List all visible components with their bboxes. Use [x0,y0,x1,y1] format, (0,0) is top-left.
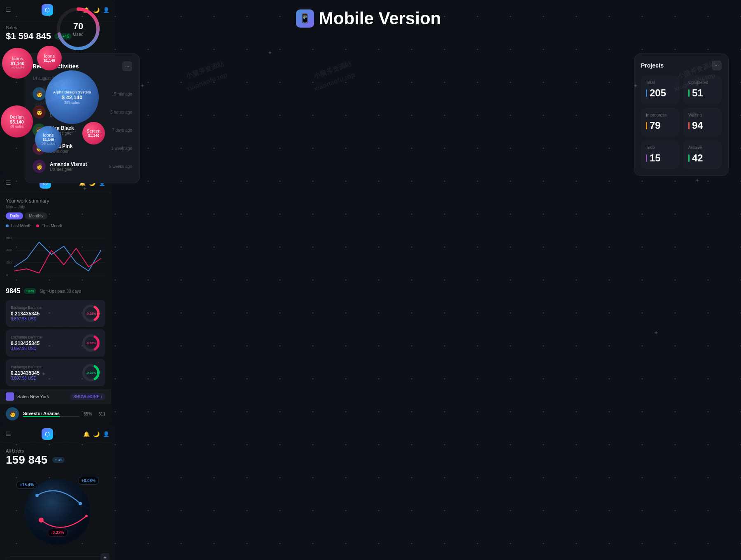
svg-point-24 [85,515,88,517]
svg-text:200: 200 [6,261,12,264]
zoom-in-button[interactable]: + [100,553,110,560]
star-deco: ✦ [140,82,145,89]
exchange-usd-2: 3,897.98 USD [11,346,42,351]
project-label-completed: Completed [688,80,717,85]
stat-badge-1: +15.4% [16,481,37,489]
watermark-3: 小脑斧资源站 [185,59,225,81]
project-label-inprogress: In progress [646,113,674,117]
globe-visualization: +15.4% +0.08% -0.32% [0,471,115,553]
this-month-dot [36,224,39,227]
activity-name: Amanda Vismut [50,161,105,167]
avatar-silvestor: 🧑 [6,407,19,420]
sales-icon [6,392,14,401]
avatar: 👩 [33,160,46,173]
project-card-completed: Completed 51 [683,75,722,104]
bubble-screen[interactable]: Screen $1,140 [82,122,105,145]
line-chart: 600 400 200 0 [0,234,111,285]
project-bar-archive [688,154,690,162]
signup-number: 9845 [6,287,21,295]
signup-badge: +829 [24,288,36,294]
project-label-archive: Archive [688,145,717,150]
star-deco: ✦ [695,177,700,184]
star-deco: ✦ [654,329,659,336]
project-card-waiting: Waiting 94 [683,108,722,136]
exchange-donut-3: -0.32% [82,363,100,382]
project-card-total: Total 205 [641,75,679,104]
progress-pct-1: 65% [84,412,92,416]
chart-legend: Last Month This Month [0,222,111,231]
signup-row: 9845 +829 Sign-Ups past 30 days [0,285,111,297]
mobile-topbar-au: ☰ ⬡ 🔔 🌙 👤 [0,424,115,444]
exchange-value-1: 0.213435345 [11,311,42,317]
bubble-icons-3[interactable]: Icons $1,140 25 sales [35,126,62,153]
last-month-dot [6,224,9,227]
project-value-archive: 42 [692,152,703,164]
compare-last-month: Last Month ↑ 2.36% [6,556,110,560]
progress-circle: 70 Used [56,6,101,51]
svg-text:0: 0 [6,273,8,277]
progress-bar-fill-1 [23,416,60,417]
more-options-button[interactable]: ··· [712,61,722,70]
users-badge: +.45 [52,457,65,463]
project-value-completed: 51 [692,87,703,99]
show-more-button[interactable]: SHOW MORE › [70,393,105,400]
exchange-donut-1: -0.32% [82,304,100,323]
exchange-usd-3: 3,897.98 USD [11,376,42,380]
svg-text:600: 600 [6,236,12,240]
more-options-button[interactable]: ··· [122,61,132,71]
mobile-logo: ⬡ [42,428,53,440]
watermark-4: xiaonaofu.top [185,71,228,93]
projects-title: Projects [641,62,664,69]
project-bar-total [646,89,647,97]
svg-point-22 [79,502,82,505]
progress-bar-bg-1 [23,416,79,417]
exchange-donut-2: -0.32% [82,334,100,352]
avatar-icon[interactable]: 👤 [103,431,110,437]
bubble-icons-2[interactable]: Icons $1,140 [37,46,62,70]
legend-this-month: This Month [36,224,62,228]
work-summary-title: Your work summary [6,198,105,204]
watermark-6: xiaonaofu.top [313,71,356,93]
legend-last-month-label: Last Month [11,224,31,228]
bubble-icons-1[interactable]: Icons $1,140 25 sales [2,48,33,79]
project-value-todo: 15 [650,152,661,164]
work-summary-panel: ☰ ⬡ 🔔 🌙 👤 Your work summary Nov – July D… [0,173,111,424]
project-value-waiting: 94 [692,120,703,131]
all-users-panel: ☰ ⬡ 🔔 🌙 👤 All Users 159 845 +.45 [0,424,115,560]
header-panel: 📱 Mobile Version [161,4,576,33]
exchange-label-3: Exchange Balance [11,365,42,369]
activity-time: 5 weeks ago [109,164,132,169]
project-bar-completed [688,89,690,97]
work-summary-range: Nov – July [6,205,105,209]
list-item: 👩 Amanda Vismut UX-designer 5 weeks ago [33,157,132,175]
month-compare-section: Last Month ↑ 2.36% This Month ↑ 2.36% [0,553,115,560]
activity-role: UX-designer [50,167,105,172]
bubble-alpha-design[interactable]: Alpha Design System $ 42,140 389 sales [45,70,99,124]
exchange-usd-1: 3,897.98 USD [11,317,42,321]
project-card-inprogress: In progress 79 [641,108,679,136]
bell-icon[interactable]: 🔔 [83,431,90,437]
bubble-design[interactable]: Design $5,140 49 sales [1,105,33,138]
exchange-card-1: Exchange Balance 0.213435345 3,897.98 US… [6,300,105,327]
work-summary-header: Your work summary Nov – July Daily Month… [0,193,111,222]
tab-daily[interactable]: Daily [6,212,23,219]
hamburger-icon[interactable]: ☰ [6,7,11,13]
tab-monthly[interactable]: Monthly [25,212,47,219]
hamburger-icon[interactable]: ☰ [6,180,11,186]
project-label-waiting: Waiting [688,113,717,117]
stat-badge-3: -0.32% [48,529,68,537]
hamburger-icon[interactable]: ☰ [6,431,11,437]
stat-badge-2: +0.08% [78,477,99,485]
signup-label: Sign-Ups past 30 days [40,289,81,294]
svg-point-21 [35,494,39,497]
project-value-total: 205 [650,87,666,99]
watermark-5: 小脑斧资源站 [312,59,352,81]
svg-point-23 [39,518,44,523]
bubble-chart: Icons $1,140 25 sales Icons $1,140 Alpha… [0,46,115,153]
project-bar-inprogress [646,122,647,129]
star-deco: ✦ [268,49,273,56]
moon-icon[interactable]: 🌙 [93,431,100,437]
project-bar-todo [646,154,647,162]
project-label-total: Total [646,80,674,85]
exchange-card-3: Exchange Balance 0.213435345 3,897.98 US… [6,359,105,386]
